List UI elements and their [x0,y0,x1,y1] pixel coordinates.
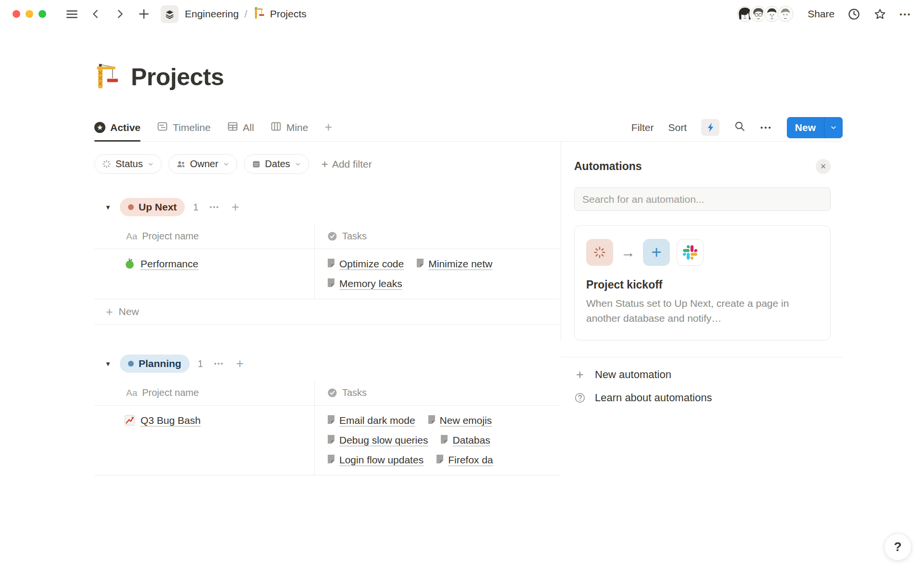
task-link[interactable]: Firefox da [436,454,493,466]
new-tab-icon[interactable] [137,8,151,20]
project-name-link[interactable]: Performance [141,258,198,270]
project-name-cell[interactable]: Performance [94,249,314,299]
status-filter-chip[interactable]: Status [94,154,162,174]
crane-icon [253,7,266,22]
group-options-icon[interactable]: ••• [214,360,224,368]
group-status-pill[interactable]: Up Next [120,198,185,216]
status-dot-icon [128,204,134,210]
new-automation-button[interactable]: + New automation [574,363,831,386]
new-row-button[interactable]: + New [94,299,561,325]
collaborator-avatars[interactable] [736,5,795,23]
sidebar-menu-icon[interactable] [64,8,79,21]
project-name-cell[interactable]: Q3 Bug Bash [94,406,314,475]
task-link[interactable]: New emojis [428,415,492,426]
group-toggle-icon[interactable]: ▼ [105,360,113,368]
column-header-name[interactable]: Aa Project name [94,381,314,405]
more-options-icon[interactable]: ••• [899,10,911,18]
task-link[interactable]: Email dark mode [327,415,415,426]
group-toggle-icon[interactable]: ▼ [105,204,113,211]
window-titlebar: Engineering / Projects [0,0,924,28]
tab-active[interactable]: ★ Active [94,114,141,141]
task-link[interactable]: Optimize code [327,258,404,270]
new-entry-button[interactable]: New [787,117,824,138]
group-options-icon[interactable]: ••• [209,203,219,211]
history-clock-icon[interactable] [847,8,860,21]
column-label: Tasks [342,387,367,398]
back-icon[interactable] [89,9,103,19]
group-count: 1 [193,202,198,213]
task-link[interactable]: Memory leaks [327,278,402,289]
sort-button[interactable]: Sort [668,122,687,133]
check-circle-icon [327,231,337,241]
breadcrumb-workspace[interactable]: Engineering [185,8,239,20]
create-page-action-icon: + [643,239,670,266]
column-header-tasks[interactable]: Tasks [314,381,561,405]
chevron-down-icon [223,161,230,168]
board-view-icon [270,121,282,134]
status-trigger-icon [586,239,613,266]
breadcrumb-page[interactable]: Projects [270,8,307,20]
search-icon[interactable] [734,120,746,135]
panel-title: Automations [574,160,642,173]
automation-search-input[interactable] [574,187,831,211]
window-controls [13,10,46,18]
help-button[interactable]: ? [884,533,911,561]
tab-all[interactable]: All [227,114,254,141]
add-filter-button[interactable]: + Add filter [321,158,372,171]
automations-lightning-button[interactable] [701,119,719,136]
green-apple-icon [124,258,135,272]
tab-label: Timeline [173,122,211,133]
new-automation-label: New automation [595,368,671,381]
add-filter-label: Add filter [332,158,372,170]
new-entry-dropdown[interactable] [824,117,843,138]
column-header-tasks[interactable]: Tasks [314,224,561,249]
timeline-view-icon [157,121,168,134]
learn-automations-link[interactable]: Learn about automations [574,386,831,409]
workspace-layers-icon[interactable] [161,5,179,23]
owner-filter-chip[interactable]: Owner [168,154,237,174]
share-button[interactable]: Share [808,8,834,20]
page-icon [436,454,444,464]
tab-mine[interactable]: Mine [270,114,308,141]
add-view-button[interactable]: + [324,120,332,135]
table-row[interactable]: Performance Optimize code Minimize netw … [94,249,561,299]
group-add-icon[interactable]: + [236,356,244,371]
minimize-window-button[interactable] [26,10,33,18]
group-status-pill[interactable]: Planning [120,355,190,373]
task-link[interactable]: Databas [440,434,490,446]
plus-icon: + [574,368,586,382]
dates-filter-chip[interactable]: Dates [244,154,309,174]
close-icon: × [821,161,826,172]
calendar-icon [252,159,261,169]
chip-label: Owner [190,158,218,170]
table-header: Aa Project name Tasks [94,381,561,406]
task-link[interactable]: Debug slow queries [327,434,428,446]
group-name: Up Next [139,201,177,213]
project-name-link[interactable]: Q3 Bug Bash [141,415,201,426]
close-panel-button[interactable]: × [816,159,831,174]
task-link[interactable]: Minimize netw [416,258,492,270]
page-icon [327,258,335,268]
crane-icon-large[interactable] [94,63,121,92]
view-options-icon[interactable]: ••• [760,123,772,131]
column-label: Project name [142,231,199,242]
forward-icon[interactable] [113,9,127,19]
tasks-cell: Optimize code Minimize netw Memory leaks [314,249,561,299]
zoom-window-button[interactable] [38,10,46,18]
table-row[interactable]: Q3 Bug Bash Email dark mode New emojis D… [94,406,561,475]
filter-button[interactable]: Filter [631,122,654,133]
new-row-label: New [119,306,139,317]
chip-label: Dates [265,158,290,170]
table-header: Aa Project name Tasks [94,224,561,249]
tab-label: All [243,122,254,133]
page-title: Projects [131,63,224,91]
tab-timeline[interactable]: Timeline [157,114,211,141]
column-header-name[interactable]: Aa Project name [94,224,314,249]
new-entry-split-button[interactable]: New [787,117,843,138]
automation-card[interactable]: → + Project kickoff When Status set to U… [574,225,831,341]
close-window-button[interactable] [13,10,20,18]
favorite-star-icon[interactable] [873,8,886,21]
learn-automations-label: Learn about automations [595,392,712,404]
group-add-icon[interactable]: + [231,200,239,215]
task-link[interactable]: Login flow updates [327,454,424,466]
